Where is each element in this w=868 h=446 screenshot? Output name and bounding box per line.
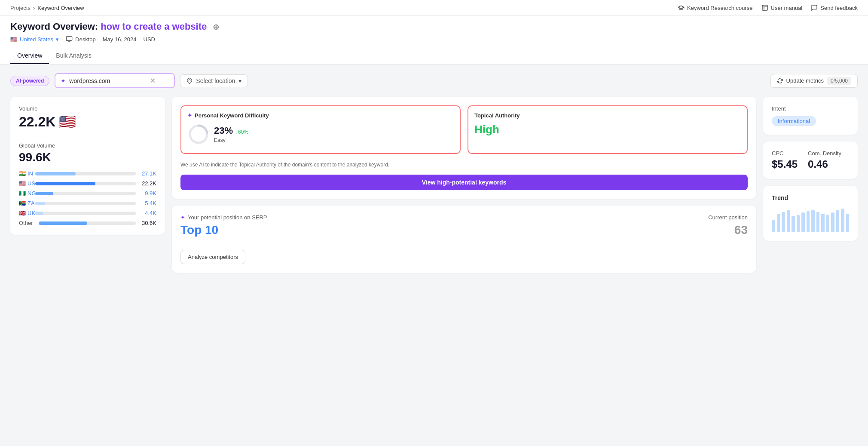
us-code[interactable]: US [28, 180, 35, 187]
pkd-easy: Easy [214, 137, 248, 143]
serp-row: ✦ Your potential position on SERP Top 10… [180, 214, 748, 244]
flag-icon: 🇺🇸 [10, 36, 17, 43]
gauge-svg [187, 123, 210, 145]
country-row-ng: 🇳🇬 NG 9.9K [19, 190, 156, 197]
cpc-item: CPC $5.45 [772, 150, 798, 170]
trend-bar [846, 214, 850, 232]
svg-rect-0 [762, 5, 767, 10]
search-input[interactable] [69, 77, 147, 84]
add-icon[interactable]: ⊕ [213, 23, 219, 31]
uk-bar-wrap [35, 212, 136, 215]
trend-bar [811, 210, 815, 232]
send-feedback-link[interactable]: Send feedback [811, 4, 858, 11]
volume-card: Volume 22.2K 🇺🇸 Global Volume 99.6K 🇮🇳 I… [10, 97, 165, 235]
gauge [187, 123, 210, 145]
other-label: Other [19, 220, 35, 226]
search-bar-row: AI-powered ✦ ✕ Select location ▾ Update … [10, 73, 858, 88]
serp-left: ✦ Your potential position on SERP Top 10 [180, 214, 267, 244]
other-row: Other 30.6K [19, 220, 156, 226]
serp-right: Current position 63 [708, 214, 748, 237]
pkd-box: ✦ Personal Keyword Difficulty [180, 105, 461, 154]
ai-badge: AI-powered [10, 76, 49, 86]
main-content: AI-powered ✦ ✕ Select location ▾ Update … [0, 65, 868, 281]
in-flag: 🇮🇳 [19, 170, 26, 177]
view-keywords-button[interactable]: View high-potential keywords [180, 175, 748, 190]
page-title: Keyword Overview: how to create a websit… [10, 21, 858, 32]
ta-value: High [474, 123, 741, 136]
country-selector[interactable]: 🇺🇸 United States ▾ [10, 36, 59, 43]
title-prefix: Keyword Overview: [10, 21, 98, 32]
ng-flag: 🇳🇬 [19, 190, 26, 197]
pkd-percent: 23% [214, 125, 233, 136]
keyword-course-link[interactable]: Keyword Research course [678, 4, 752, 11]
other-vol: 30.6K [139, 220, 156, 226]
user-manual-link[interactable]: User manual [761, 4, 803, 11]
trend-label: Trend [772, 194, 849, 201]
sparkle-icon: ✦ [61, 77, 66, 84]
us-bar [35, 182, 95, 185]
sparkle-icon-2: ✦ [187, 112, 192, 119]
chevron-down-icon: ▾ [56, 36, 59, 43]
ng-bar-wrap [35, 192, 136, 195]
global-value: 99.6K [19, 151, 156, 164]
analyze-competitors-button[interactable]: Analyze competitors [180, 250, 245, 264]
trend-bar [777, 214, 780, 232]
in-bar [35, 172, 76, 175]
tab-bulk-analysis[interactable]: Bulk Analysis [49, 48, 98, 64]
trend-bar [831, 212, 834, 232]
trend-bar [807, 211, 810, 232]
tab-overview[interactable]: Overview [10, 48, 49, 64]
uk-bar [35, 212, 43, 215]
pkd-values: 23% ↓60% Easy [214, 125, 248, 143]
date-display: May 16, 2024 [103, 36, 137, 43]
clear-button[interactable]: ✕ [150, 77, 156, 85]
za-code[interactable]: ZA [28, 200, 35, 206]
chevron-down-icon: ▾ [238, 77, 241, 84]
pkd-ta-card: ✦ Personal Keyword Difficulty [172, 97, 756, 199]
breadcrumb: Projects › Keyword Overview [10, 5, 84, 11]
za-flag: 🇿🇦 [19, 200, 26, 206]
search-input-wrap[interactable]: ✦ ✕ [55, 73, 175, 88]
in-code[interactable]: IN [28, 170, 33, 177]
update-metrics-label: Update metrics [786, 77, 824, 84]
location-selector[interactable]: Select location ▾ [180, 74, 248, 87]
cpc-density-card: CPC $5.45 Com. Density 0.46 [763, 141, 858, 179]
trend-bar [826, 215, 830, 232]
trend-bar [797, 215, 800, 232]
pkd-title: ✦ Personal Keyword Difficulty [187, 112, 454, 119]
us-bar-wrap [35, 182, 136, 185]
ng-code[interactable]: NG [28, 190, 36, 197]
uk-vol: 4.4K [139, 210, 156, 216]
za-bar-wrap [35, 202, 136, 205]
za-vol: 5.4K [139, 200, 156, 206]
in-bar-wrap [35, 172, 136, 175]
za-bar [35, 202, 45, 205]
global-label: Global Volume [19, 142, 156, 149]
country-row-uk: 🇬🇧 UK 4.4K [19, 210, 156, 216]
country-name: United States [20, 36, 53, 43]
in-vol: 27.1K [139, 170, 156, 177]
trend-bar [836, 210, 840, 232]
location-icon [186, 78, 193, 84]
trend-bar [772, 220, 775, 232]
intent-badge: Informational [772, 116, 816, 126]
volume-label: Volume [19, 105, 156, 112]
trend-bar [782, 212, 785, 232]
projects-link[interactable]: Projects [10, 5, 31, 11]
cards-grid: Volume 22.2K 🇺🇸 Global Volume 99.6K 🇮🇳 I… [10, 97, 858, 273]
middle-column: ✦ Personal Keyword Difficulty [172, 97, 756, 273]
update-metrics-button[interactable]: Update metrics 0/5,000 [770, 74, 858, 88]
cpc-value: $5.45 [772, 158, 798, 170]
us-flag-2: 🇺🇸 [19, 180, 26, 187]
uk-flag: 🇬🇧 [19, 210, 26, 216]
country-row-us: 🇺🇸 US 22.2K [19, 180, 156, 187]
uk-code[interactable]: UK [28, 210, 35, 216]
right-column: Intent Informational CPC $5.45 Com. Dens… [763, 97, 858, 241]
ta-box: Topical Authority High [468, 105, 748, 154]
svg-rect-3 [66, 37, 72, 40]
serp-label: ✦ Your potential position on SERP [180, 214, 267, 221]
pkd-down: ↓60% [235, 129, 248, 135]
us-vol: 22.2K [139, 180, 156, 187]
device-selector[interactable]: Desktop [66, 36, 96, 43]
ng-bar [35, 192, 53, 195]
